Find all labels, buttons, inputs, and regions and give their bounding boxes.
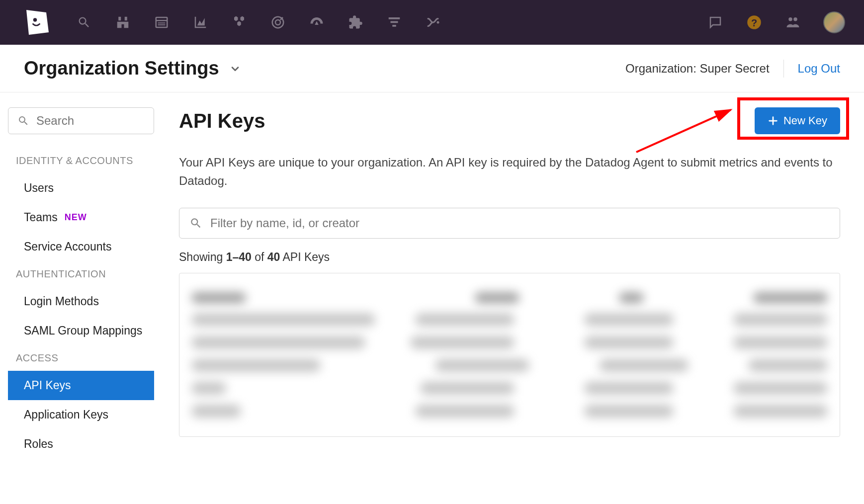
top-navbar: ? bbox=[0, 0, 864, 45]
table-row[interactable] bbox=[191, 382, 828, 395]
svg-point-6 bbox=[275, 20, 280, 25]
list-icon[interactable] bbox=[153, 14, 170, 31]
sidebar-item-roles[interactable]: Roles bbox=[8, 429, 154, 459]
search-icon bbox=[17, 115, 29, 127]
section-description: Your API Keys are unique to your organiz… bbox=[179, 153, 840, 190]
table-row[interactable] bbox=[191, 405, 828, 418]
sidebar-item-label: Service Accounts bbox=[24, 240, 111, 253]
sidebar-search-input[interactable] bbox=[36, 114, 145, 128]
filter-icon[interactable] bbox=[386, 14, 403, 31]
filter-box[interactable] bbox=[179, 208, 840, 239]
puzzle-icon[interactable] bbox=[347, 14, 364, 31]
nav-section-title: ACCESS bbox=[8, 345, 162, 371]
svg-point-10 bbox=[788, 17, 792, 21]
chart-icon[interactable] bbox=[192, 14, 209, 31]
svg-point-0 bbox=[33, 18, 37, 22]
sidebar-item-users[interactable]: Users bbox=[8, 173, 154, 203]
table-row[interactable] bbox=[191, 359, 828, 372]
table-row[interactable] bbox=[191, 336, 828, 349]
nav-section-title: AUTHENTICATION bbox=[8, 261, 162, 287]
plus-icon bbox=[768, 115, 778, 126]
sidebar: IDENTITY & ACCOUNTSUsersTeamsNEWService … bbox=[0, 92, 162, 459]
api-keys-table bbox=[179, 273, 840, 437]
datadog-logo-icon[interactable] bbox=[19, 5, 54, 40]
page-header: Organization Settings Organization: Supe… bbox=[0, 45, 864, 92]
filter-input[interactable] bbox=[210, 216, 830, 230]
target-icon[interactable] bbox=[269, 14, 286, 31]
sidebar-item-saml-group-mappings[interactable]: SAML Group Mappings bbox=[8, 316, 154, 345]
page-title-text: Organization Settings bbox=[24, 58, 219, 79]
annotation-arrow bbox=[631, 92, 741, 157]
search-icon[interactable] bbox=[76, 14, 92, 31]
team-icon[interactable] bbox=[784, 14, 801, 31]
sidebar-item-label: Roles bbox=[24, 437, 53, 451]
gauge-icon[interactable] bbox=[308, 14, 325, 31]
main-content: API Keys New Key Your API Keys are uniqu… bbox=[162, 92, 864, 459]
help-icon[interactable]: ? bbox=[746, 14, 763, 31]
new-badge: NEW bbox=[65, 212, 87, 223]
sidebar-item-label: API Keys bbox=[24, 379, 71, 392]
user-avatar[interactable] bbox=[823, 11, 845, 33]
sidebar-item-label: Users bbox=[24, 181, 54, 195]
logout-link[interactable]: Log Out bbox=[798, 62, 840, 76]
nav-section-title: IDENTITY & ACCOUNTS bbox=[8, 148, 162, 173]
sidebar-item-label: Login Methods bbox=[24, 295, 99, 308]
flow-icon[interactable] bbox=[425, 14, 441, 31]
section-title: API Keys bbox=[179, 110, 265, 132]
sidebar-item-service-accounts[interactable]: Service Accounts bbox=[8, 232, 154, 261]
svg-rect-1 bbox=[156, 17, 168, 27]
sidebar-item-label: Application Keys bbox=[24, 408, 108, 421]
svg-text:?: ? bbox=[751, 17, 757, 28]
svg-point-11 bbox=[793, 17, 797, 21]
svg-point-7 bbox=[437, 21, 439, 24]
divider bbox=[783, 60, 784, 78]
organization-label: Organization: Super Secret bbox=[625, 62, 770, 76]
table-header-row bbox=[191, 292, 828, 303]
sidebar-item-api-keys[interactable]: API Keys bbox=[8, 371, 154, 400]
sidebar-search[interactable] bbox=[8, 107, 154, 134]
svg-line-12 bbox=[636, 110, 731, 152]
chat-icon[interactable] bbox=[707, 14, 724, 31]
new-key-label: New Key bbox=[783, 114, 827, 127]
table-row[interactable] bbox=[191, 313, 828, 326]
sidebar-item-application-keys[interactable]: Application Keys bbox=[8, 400, 154, 429]
search-icon bbox=[189, 217, 202, 230]
result-count: Showing 1–40 of 40 API Keys bbox=[179, 251, 840, 264]
chevron-down-icon bbox=[228, 62, 242, 76]
sidebar-item-teams[interactable]: TeamsNEW bbox=[8, 203, 154, 232]
binoculars-icon[interactable] bbox=[114, 14, 131, 31]
sidebar-item-label: Teams bbox=[24, 211, 58, 224]
hexagons-icon[interactable] bbox=[231, 14, 248, 31]
sidebar-item-login-methods[interactable]: Login Methods bbox=[8, 287, 154, 316]
new-key-button[interactable]: New Key bbox=[755, 107, 840, 134]
sidebar-item-label: SAML Group Mappings bbox=[24, 324, 142, 337]
page-title[interactable]: Organization Settings bbox=[24, 58, 242, 79]
